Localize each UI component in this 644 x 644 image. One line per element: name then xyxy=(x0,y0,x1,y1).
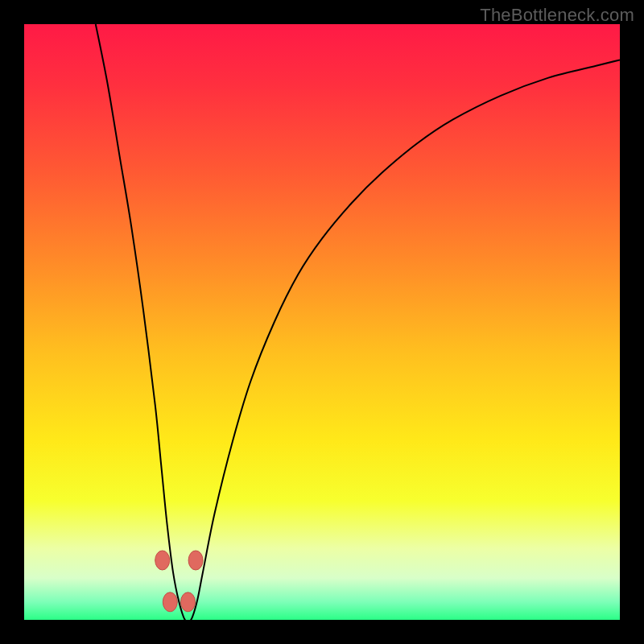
watermark-text: TheBottleneck.com xyxy=(480,5,634,26)
curve-marker xyxy=(155,551,170,570)
chart-frame: TheBottleneck.com xyxy=(0,0,644,644)
bottleneck-curve xyxy=(24,24,620,620)
curve-marker xyxy=(163,592,177,612)
curve-line xyxy=(96,24,620,620)
plot-area xyxy=(24,24,620,620)
curve-marker xyxy=(181,592,196,612)
curve-marker xyxy=(188,551,203,570)
